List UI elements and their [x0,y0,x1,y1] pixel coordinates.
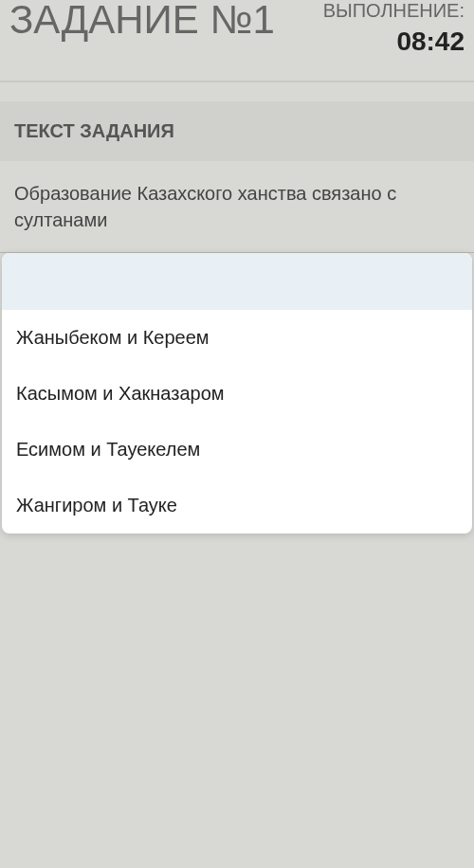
option-item-2[interactable]: Касымом и Хакназаром [2,366,472,422]
timer: 08:42 [323,27,465,57]
divider [0,81,474,82]
task-title: ЗАДАНИЕ №1 [9,0,275,40]
options-card: Жаныбеком и Кереем Касымом и Хакназаром … [2,253,472,533]
section-header: ТЕКСТ ЗАДАНИЯ [0,101,474,161]
section-title: ТЕКСТ ЗАДАНИЯ [14,120,460,142]
options-header [2,253,472,310]
option-item-3[interactable]: Есимом и Тауекелем [2,422,472,478]
question-block: Образование Казахского ханства связано с… [0,161,474,253]
option-item-4[interactable]: Жангиром и Тауке [2,478,472,533]
option-item-1[interactable]: Жаныбеком и Кереем [2,310,472,366]
question-text: Образование Казахского ханства связано с… [14,180,460,233]
header: ЗАДАНИЕ №1 ВЫПОЛНЕНИЕ: 08:42 [0,0,474,71]
header-right: ВЫПОЛНЕНИЕ: 08:42 [323,0,465,57]
execution-label: ВЫПОЛНЕНИЕ: [323,0,465,22]
